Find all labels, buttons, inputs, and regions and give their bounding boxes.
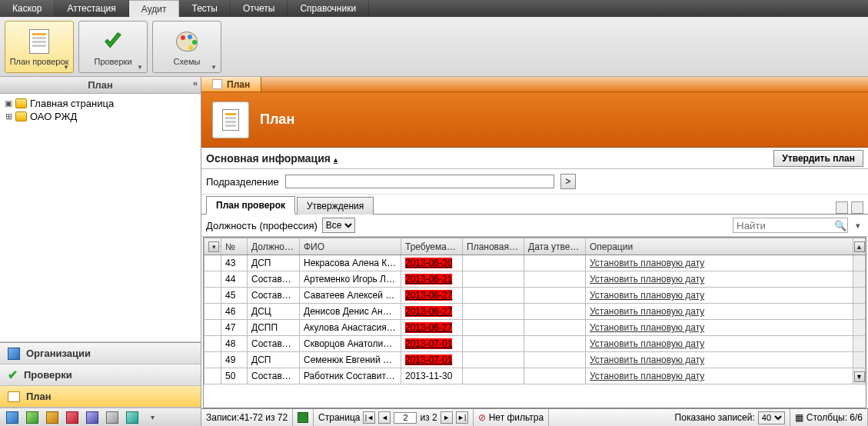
mini-icon-3[interactable] <box>46 411 58 424</box>
table-row[interactable]: 47ДСППАкулова Анастасия Ни2013-06-27Уста… <box>205 320 866 336</box>
col-plandate[interactable]: Плановая дата <box>463 238 524 255</box>
cell-position: Составите <box>248 336 300 352</box>
mini-icon-more[interactable]: ▾ <box>146 411 158 424</box>
cell-fio: Семенюк Евгений Мих <box>300 352 401 368</box>
table-row[interactable]: 46ДСЦДенисов Денис Андрее2013-06-27Устан… <box>205 304 866 320</box>
menu-аттестация[interactable]: Аттестация <box>55 0 128 17</box>
col-ops[interactable]: Операции <box>586 238 853 255</box>
pager-last[interactable]: ►| <box>456 411 468 424</box>
set-date-link[interactable]: Установить плановую дату <box>590 290 704 301</box>
page-size-select[interactable]: 40 <box>758 411 785 424</box>
table-row[interactable]: 48СоставитеСкворцов Анатолий Ва2013-07-0… <box>205 336 866 352</box>
mini-icon-1[interactable] <box>6 411 18 424</box>
cell-ops: Установить плановую дату <box>586 368 853 384</box>
grid-tool-1[interactable] <box>836 201 848 214</box>
table-row[interactable]: 45СоставитеСаватеев Алексей Але2013-06-2… <box>205 288 866 304</box>
set-date-link[interactable]: Установить плановую дату <box>590 274 704 285</box>
content-tab-plan[interactable]: План <box>201 77 261 92</box>
col-selector[interactable]: ▾ <box>205 238 221 255</box>
records-info: Записи:41-72 из 72 <box>201 409 293 426</box>
page-size: Показано записей: 40 <box>670 409 790 426</box>
mini-icon-4[interactable] <box>66 411 78 424</box>
cell-ops: Установить плановую дату <box>586 255 853 271</box>
cell-ops: Установить плановую дату <box>586 271 853 288</box>
tree-expander-icon[interactable]: ⊞ <box>5 111 12 121</box>
ribbon-palette[interactable]: Схемы▼ <box>152 21 221 73</box>
scroll-up[interactable]: ▲ <box>853 238 866 255</box>
confirm-plan-button[interactable]: Утвердить план <box>773 150 863 167</box>
inner-tab-approvals[interactable]: Утверждения <box>297 197 374 215</box>
chevron-down-icon: ▼ <box>63 64 69 71</box>
section-title[interactable]: Основная информация ▴ <box>206 152 338 165</box>
table-row[interactable]: 43ДСПНекрасова Алена Конс2013-06-20Устан… <box>205 255 866 271</box>
menu-отчеты[interactable]: Отчеты <box>231 0 288 17</box>
ribbon-check[interactable]: Проверки▼ <box>78 21 148 73</box>
set-date-link[interactable]: Установить плановую дату <box>590 354 704 365</box>
pager-first[interactable]: |◄ <box>363 411 375 424</box>
chevron-down-icon: ▼ <box>137 64 143 71</box>
mini-icon-7[interactable] <box>126 411 138 424</box>
cell-fio: Работник Составитель <box>300 368 401 384</box>
nav-check[interactable]: ✔Проверки <box>0 364 201 386</box>
grid-search: 🔍 <box>733 218 848 233</box>
pager: Страница |◄ ◄ из 2 ► ►| <box>314 409 474 426</box>
col-num[interactable]: № <box>221 238 248 255</box>
nav-plan[interactable]: План <box>0 386 201 408</box>
tree-node[interactable]: ▣Главная страница <box>5 97 196 110</box>
columns-info[interactable]: ▦ Столбцы: 6/6 <box>790 409 868 426</box>
cell-reqdate: 2013-07-01 <box>401 352 463 368</box>
sidebar-collapse-button[interactable]: « <box>193 78 198 88</box>
table-row[interactable]: 44СоставитеАртеменко Игорь Леон2013-06-2… <box>205 271 866 288</box>
section-bar: Основная информация ▴ Утвердить план <box>201 148 868 169</box>
job-filter-row: Должность (профессия) Все 🔍 ▾ <box>201 215 868 237</box>
menu-каскор[interactable]: Каскор <box>0 0 55 17</box>
ribbon-doc[interactable]: План проверок▼ <box>5 21 74 73</box>
mini-icon-2[interactable] <box>26 411 38 424</box>
cell-num: 45 <box>221 288 248 304</box>
search-input[interactable] <box>733 218 833 232</box>
dept-go-button[interactable]: > <box>560 174 576 189</box>
inner-tabs: План проверок Утверждения <box>201 195 868 215</box>
search-icon[interactable]: 🔍 <box>833 220 847 231</box>
export-excel[interactable] <box>293 409 314 426</box>
search-options-icon[interactable]: ▾ <box>853 221 863 231</box>
col-reqdate[interactable]: Требуемая дата <box>401 238 463 255</box>
tree-expander-icon[interactable]: ▣ <box>5 98 12 108</box>
scroll-down[interactable]: ▼ <box>854 371 865 382</box>
col-appdate[interactable]: Дата утверждения <box>524 238 586 255</box>
dept-input[interactable] <box>285 175 554 188</box>
col-fio[interactable]: ФИО <box>300 238 401 255</box>
nav-cube[interactable]: Организации <box>0 343 201 364</box>
menu-справочники[interactable]: Справочники <box>288 0 369 17</box>
cell-num: 49 <box>221 352 248 368</box>
cell-num: 46 <box>221 304 248 320</box>
cell-fio: Артеменко Игорь Леон <box>300 271 401 288</box>
tree-node[interactable]: ⊞ОАО РЖД <box>5 110 196 123</box>
cell-appdate <box>524 255 586 271</box>
set-date-link[interactable]: Установить плановую дату <box>590 306 704 317</box>
pager-next[interactable]: ► <box>441 411 453 424</box>
page-input[interactable] <box>394 412 417 424</box>
cell-reqdate: 2013-06-20 <box>401 255 463 271</box>
cell-plandate <box>463 352 524 368</box>
grid-tool-2[interactable] <box>851 201 863 214</box>
mini-icon-5[interactable] <box>86 411 98 424</box>
pager-prev[interactable]: ◄ <box>378 411 391 424</box>
cell-num: 44 <box>221 271 248 288</box>
col-position[interactable]: Должность <box>248 238 300 255</box>
table-row[interactable]: 49ДСПСеменюк Евгений Мих2013-07-01Устано… <box>205 352 866 368</box>
cell-position: Составите <box>248 271 300 288</box>
set-date-link[interactable]: Установить плановую дату <box>590 338 704 349</box>
excel-icon <box>298 412 308 423</box>
table-row[interactable]: 50СоставитеРаботник Составитель2013-11-3… <box>205 368 866 384</box>
set-date-link[interactable]: Установить плановую дату <box>590 322 704 333</box>
filter-status[interactable]: ⊘ Нет фильтра <box>474 409 550 426</box>
mini-icon-6[interactable] <box>106 411 118 424</box>
job-filter-select[interactable]: Все <box>322 218 355 233</box>
cell-reqdate: 2013-11-30 <box>401 368 463 384</box>
menu-тесты[interactable]: Тесты <box>179 0 230 17</box>
set-date-link[interactable]: Установить плановую дату <box>590 371 704 381</box>
inner-tab-plan[interactable]: План проверок <box>206 196 295 215</box>
set-date-link[interactable]: Установить плановую дату <box>590 258 704 268</box>
menu-аудит[interactable]: Аудит <box>129 0 180 17</box>
